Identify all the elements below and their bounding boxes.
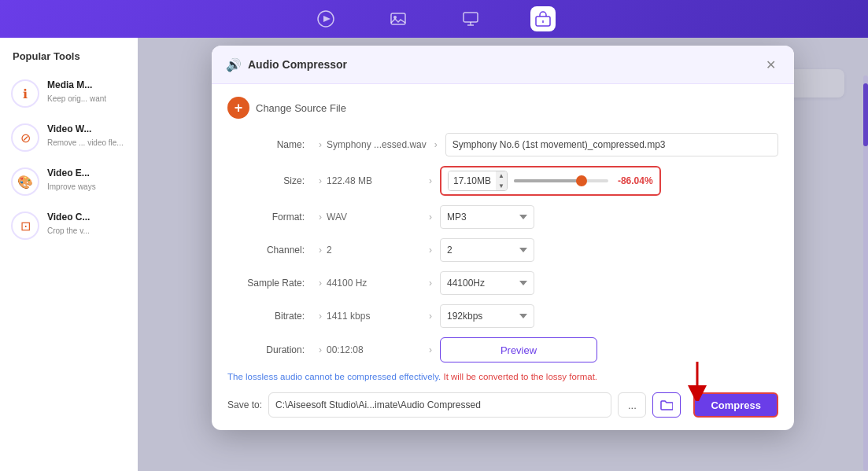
- video-enhance-desc: Improve ways: [47, 182, 127, 192]
- play-nav-icon[interactable]: [313, 6, 338, 31]
- dialog-title-row: 🔊 Audio Compressor: [226, 57, 347, 72]
- dialog-overlay: 🔊 Audio Compressor ✕ + Change Source Fil…: [138, 38, 868, 471]
- dialog-close-button[interactable]: ✕: [761, 55, 780, 74]
- video-watermark-desc: Remove ... video fle...: [47, 138, 127, 148]
- video-enhance-icon: 🎨: [11, 167, 39, 196]
- sidebar-item-media-metadata[interactable]: ℹ Media M... Keep orig... want: [0, 72, 138, 116]
- video-crop-icon: ⊡: [11, 212, 39, 240]
- dialog-header: 🔊 Audio Compressor ✕: [212, 46, 794, 84]
- video-watermark-icon: ⊘: [11, 123, 39, 152]
- form-grid: Name: › Symphony ...essed.wav › Size: › …: [227, 133, 778, 362]
- video-watermark-title: Video W...: [47, 123, 127, 136]
- change-source-button[interactable]: + Change Source File: [227, 97, 346, 119]
- top-bar: [0, 0, 868, 38]
- bitrate-value-row: 1411 kbps › 192kbps 128kbps 96kbps 64kbp…: [327, 304, 778, 328]
- media-metadata-desc: Keep orig... want: [47, 94, 127, 104]
- channel-label: Channel:: [227, 245, 314, 256]
- channel-source-value: 2: [327, 245, 421, 256]
- sidebar-item-video-watermark[interactable]: ⊘ Video W... Remove ... video fle...: [0, 116, 138, 160]
- dialog-title-text: Audio Compressor: [248, 58, 347, 71]
- save-path-input[interactable]: [268, 392, 611, 418]
- sample-rate-source-value: 44100 Hz: [327, 278, 421, 289]
- monitor-nav-icon[interactable]: [458, 6, 483, 31]
- name-arrow-icon: ›: [314, 139, 327, 150]
- change-source-label: Change Source File: [256, 102, 346, 114]
- save-to-label: Save to:: [227, 399, 262, 410]
- sidebar-title: Popular Tools: [0, 50, 138, 72]
- size-down-button[interactable]: ▼: [496, 181, 507, 191]
- duration-forward-arrow: ›: [429, 344, 432, 355]
- sidebar-item-video-enhance[interactable]: 🎨 Video E... Improve ways: [0, 160, 138, 204]
- warning-blue-text: The lossless audio cannot be compressed …: [227, 372, 441, 381]
- bitrate-forward-arrow: ›: [429, 311, 432, 322]
- duration-label: Duration:: [227, 344, 314, 355]
- sidebar: Popular Tools ℹ Media M... Keep orig... …: [0, 38, 138, 471]
- toolbox-nav-icon[interactable]: [530, 6, 556, 31]
- name-value-row: Symphony ...essed.wav ›: [327, 133, 778, 156]
- slider-thumb[interactable]: [576, 175, 587, 186]
- main-layout: Popular Tools ℹ Media M... Keep orig... …: [0, 38, 868, 471]
- duration-value-row: 00:12:08 › Preview: [327, 337, 778, 362]
- bitrate-label: Bitrate:: [227, 311, 314, 322]
- channel-arrow-icon: ›: [314, 245, 327, 256]
- video-crop-title: Video C...: [47, 212, 127, 224]
- name-label: Name:: [227, 139, 314, 150]
- sample-rate-value-row: 44100 Hz › 44100Hz 22050Hz 11025Hz 8000H…: [327, 271, 778, 295]
- channel-select[interactable]: 1 2: [440, 238, 534, 262]
- size-slider-container: [514, 173, 608, 189]
- size-arrow-icon: ›: [314, 175, 327, 186]
- name-forward-arrow: ›: [434, 139, 438, 150]
- format-forward-arrow: ›: [429, 212, 432, 223]
- size-reduction-label: -86.04%: [618, 175, 653, 186]
- name-source-value: Symphony ...essed.wav: [327, 139, 427, 150]
- size-value-row: 122.48 MB › ▲ ▼: [327, 166, 778, 196]
- size-forward-arrow: ›: [429, 175, 432, 186]
- save-dots-button[interactable]: ...: [618, 392, 646, 418]
- audio-compressor-title-icon: 🔊: [226, 57, 242, 72]
- name-output-input[interactable]: [445, 133, 778, 156]
- bitrate-arrow-icon: ›: [314, 311, 327, 322]
- format-label: Format:: [227, 212, 314, 223]
- channel-value-row: 2 › 1 2: [327, 238, 778, 262]
- sample-rate-select[interactable]: 44100Hz 22050Hz 11025Hz 8000Hz: [440, 271, 534, 295]
- size-input-wrapper: ▲ ▼: [448, 171, 508, 191]
- duration-source-value: 00:12:08: [327, 344, 421, 355]
- compress-down-arrow: [685, 362, 709, 401]
- audio-compressor-dialog: 🔊 Audio Compressor ✕ + Change Source Fil…: [212, 46, 794, 430]
- video-crop-desc: Crop the v...: [47, 226, 127, 236]
- size-source-value: 122.48 MB: [327, 175, 421, 186]
- size-output-input[interactable]: [449, 171, 496, 191]
- dialog-body: + Change Source File Name: › Symphony ..…: [212, 84, 794, 430]
- content-area: files to the eed 🔊 Audio Compressor ✕: [138, 38, 868, 471]
- save-row: Save to: ...: [227, 392, 778, 418]
- duration-arrow-icon: ›: [314, 344, 327, 355]
- bitrate-source-value: 1411 kbps: [327, 311, 421, 322]
- warning-red-text: It will be converted to the lossy format…: [443, 372, 597, 381]
- format-value-row: WAV › MP3 AAC OGG FLAC WAV: [327, 205, 778, 229]
- video-enhance-title: Video E...: [47, 167, 127, 180]
- image-nav-icon[interactable]: [386, 6, 411, 31]
- media-metadata-icon: ℹ: [11, 79, 39, 108]
- size-spinners: ▲ ▼: [496, 171, 507, 191]
- size-up-button[interactable]: ▲: [496, 171, 507, 181]
- slider-fill: [514, 179, 582, 182]
- save-folder-button[interactable]: [652, 392, 681, 418]
- change-source-plus-icon: +: [227, 97, 249, 119]
- size-label: Size:: [227, 175, 314, 186]
- channel-forward-arrow: ›: [429, 245, 432, 256]
- media-metadata-title: Media M...: [47, 79, 127, 92]
- svg-rect-4: [464, 13, 478, 22]
- size-highlight-container: ▲ ▼ -86.04%: [440, 166, 661, 196]
- preview-button[interactable]: Preview: [440, 337, 597, 362]
- format-arrow-icon: ›: [314, 212, 327, 223]
- sidebar-item-video-crop[interactable]: ⊡ Video C... Crop the v...: [0, 204, 138, 248]
- svg-marker-1: [323, 16, 331, 22]
- format-select[interactable]: MP3 AAC OGG FLAC WAV: [440, 205, 534, 229]
- format-source-value: WAV: [327, 212, 421, 223]
- sample-rate-forward-arrow: ›: [429, 278, 432, 289]
- sample-rate-arrow-icon: ›: [314, 278, 327, 289]
- sample-rate-label: Sample Rate:: [227, 278, 314, 289]
- bitrate-select[interactable]: 192kbps 128kbps 96kbps 64kbps 320kbps: [440, 304, 534, 328]
